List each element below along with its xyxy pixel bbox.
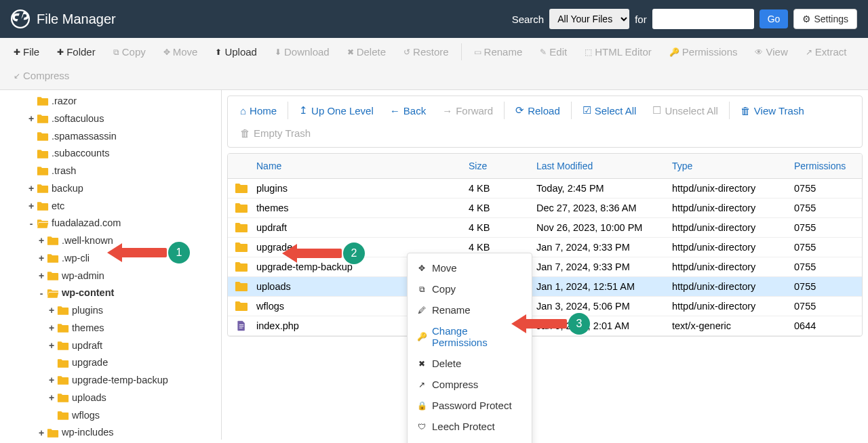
ctx-password-protect[interactable]: 🔒Password Protect bbox=[408, 395, 532, 416]
toolbar-file[interactable]: ✚File bbox=[5, 41, 47, 63]
tree-toggle-icon[interactable]: + bbox=[47, 391, 56, 405]
tree-label: backup bbox=[52, 182, 83, 196]
tree-item-uploads[interactable]: +uploads bbox=[0, 389, 221, 407]
callout-3: 3 bbox=[525, 313, 590, 335]
tree-item-upgrade-temp-backup[interactable]: +upgrade-temp-backup bbox=[0, 372, 221, 389]
col-name[interactable]: Name bbox=[228, 161, 469, 171]
search-input[interactable] bbox=[652, 9, 754, 29]
nav-label: Up One Level bbox=[311, 105, 374, 117]
cell-size: 4 KB bbox=[469, 183, 536, 194]
table-row[interactable]: updraft4 KBNov 26, 2023, 10:00 PMhttpd/u… bbox=[228, 218, 862, 238]
toolbar-label: HTML Editor bbox=[595, 46, 652, 58]
table-row[interactable]: uploads4 KBJan 1, 2024, 12:51 AMhttpd/un… bbox=[228, 277, 862, 297]
tree-toggle-icon[interactable]: + bbox=[37, 269, 45, 283]
folder-icon bbox=[37, 166, 49, 176]
table-row[interactable]: plugins4 KBToday, 2:45 PMhttpd/unix-dire… bbox=[228, 179, 862, 198]
tree-toggle-icon[interactable]: + bbox=[47, 321, 56, 335]
tree-toggle-icon[interactable]: + bbox=[27, 182, 35, 196]
toolbar-copy: ⧉Copy bbox=[105, 41, 154, 63]
extract-icon: ↗ bbox=[806, 47, 812, 57]
ctx-icon: ✥ bbox=[417, 263, 427, 273]
col-size[interactable]: Size bbox=[469, 161, 536, 171]
tree-toggle-icon[interactable]: + bbox=[37, 251, 45, 266]
tree-item-wp-content[interactable]: -wp-content bbox=[0, 284, 221, 302]
col-permissions[interactable]: Permissions bbox=[794, 161, 862, 171]
nav-label: Reload bbox=[528, 105, 560, 117]
ctx-leech-protect[interactable]: 🛡Leech Protect bbox=[408, 416, 532, 437]
nav-back[interactable]: ←Back bbox=[383, 100, 433, 121]
move-icon: ✥ bbox=[163, 47, 170, 57]
tree-item-wp-admin[interactable]: +wp-admin bbox=[0, 268, 221, 285]
tree-label: upgrade-temp-backup bbox=[72, 373, 168, 388]
tree-item-spamassassin[interactable]: .spamassassin bbox=[0, 128, 221, 146]
tree-item-softaculous[interactable]: +.softaculous bbox=[0, 110, 221, 128]
tree-item-subaccounts[interactable]: .subaccounts bbox=[0, 145, 221, 163]
cell-type: httpd/unix-directory bbox=[672, 222, 794, 233]
col-modified[interactable]: Last Modified bbox=[536, 161, 672, 171]
cell-perm: 0755 bbox=[794, 261, 862, 272]
cell-modified: Jan 3, 2024, 5:06 PM bbox=[536, 301, 672, 312]
settings-button[interactable]: ⚙ Settings bbox=[793, 9, 857, 29]
tree-toggle-icon[interactable]: - bbox=[27, 217, 35, 231]
tree-toggle-icon[interactable]: + bbox=[47, 373, 56, 387]
folder-icon bbox=[57, 305, 69, 316]
nav-reload[interactable]: ⟳Reload bbox=[509, 100, 567, 121]
nav-up-one-level[interactable]: ↥Up One Level bbox=[292, 100, 380, 121]
tree-item-trash[interactable]: .trash bbox=[0, 163, 221, 180]
tree-toggle-icon[interactable]: + bbox=[47, 303, 56, 318]
cell-perm: 0755 bbox=[794, 183, 862, 194]
toolbar-label: Download bbox=[284, 46, 330, 58]
settings-label: Settings bbox=[814, 14, 848, 24]
ctx-delete[interactable]: ✖Delete bbox=[408, 353, 532, 374]
callout-1: 1 bbox=[121, 242, 190, 263]
tree-toggle-icon[interactable]: - bbox=[37, 287, 45, 301]
toolbar-html-editor: ⬚HTML Editor bbox=[576, 41, 660, 63]
toolbar-label: Delete bbox=[357, 46, 386, 58]
folder-icon bbox=[37, 114, 49, 124]
cell-perm: 0644 bbox=[794, 320, 862, 331]
ctx-icon: ⧉ bbox=[417, 284, 427, 294]
tree-toggle-icon[interactable]: + bbox=[37, 234, 45, 248]
tree-item-upgrade[interactable]: upgrade bbox=[0, 354, 221, 372]
nav-view-trash[interactable]: 🗑View Trash bbox=[734, 100, 811, 121]
nav-home[interactable]: ⌂Home bbox=[233, 100, 283, 121]
tree-item-razor[interactable]: .razor bbox=[0, 93, 221, 110]
nav-select-all[interactable]: ☑Select All bbox=[576, 100, 644, 121]
cell-modified: Jan 7, 2024, 9:33 PM bbox=[536, 242, 672, 253]
ctx-label: Copy bbox=[432, 283, 456, 295]
ctx-label: Password Protect bbox=[432, 400, 512, 411]
tree-item-etc[interactable]: +etc bbox=[0, 198, 221, 215]
toolbar-extract: ↗Extract bbox=[797, 41, 855, 63]
go-button[interactable]: Go bbox=[760, 9, 789, 28]
nav-label: Back bbox=[403, 105, 426, 117]
nav-empty-trash: 🗑Empty Trash bbox=[233, 123, 317, 143]
search-scope-select[interactable]: All Your Files bbox=[549, 9, 629, 29]
tree-item-wflogs[interactable]: wflogs bbox=[0, 407, 221, 425]
tree-item-fuadalazadcom[interactable]: -fuadalazad.com bbox=[0, 215, 221, 232]
toolbar-permissions: 🔑Permissions bbox=[661, 41, 746, 63]
folder-icon bbox=[57, 341, 69, 351]
tree-toggle-icon[interactable]: + bbox=[47, 339, 56, 353]
cell-type: httpd/unix-directory bbox=[672, 261, 794, 272]
ctx-copy[interactable]: ⧉Copy bbox=[408, 278, 532, 299]
tree-item-backup[interactable]: +backup bbox=[0, 180, 221, 198]
tree-toggle-icon[interactable]: + bbox=[27, 199, 35, 213]
tree-label: uploads bbox=[72, 391, 106, 406]
ctx-compress[interactable]: ↗Compress bbox=[408, 374, 532, 395]
tree-item-plugins[interactable]: +plugins bbox=[0, 302, 221, 320]
tree-toggle-icon[interactable]: + bbox=[37, 426, 45, 440]
toolbar-upload[interactable]: ⬆Upload bbox=[207, 41, 265, 63]
main-toolbar: ✚File✚Folder⧉Copy✥Move⬆Upload⬇Download✖D… bbox=[0, 38, 868, 90]
nav-label: Empty Trash bbox=[254, 127, 311, 139]
toolbar-folder[interactable]: ✚Folder bbox=[49, 41, 104, 63]
ctx-move[interactable]: ✥Move bbox=[408, 257, 532, 278]
col-type[interactable]: Type bbox=[672, 161, 794, 171]
toolbar-label: Rename bbox=[484, 46, 523, 58]
tree-item-wp-includes[interactable]: +wp-includes bbox=[0, 424, 221, 440]
tree-item-updraft[interactable]: +updraft bbox=[0, 337, 221, 355]
tree-toggle-icon[interactable]: + bbox=[27, 112, 35, 126]
table-row[interactable]: themes4 KBDec 27, 2023, 8:36 AMhttpd/uni… bbox=[228, 198, 862, 218]
ctx-manage-indices[interactable]: 🔧Manage Indices bbox=[408, 437, 532, 443]
nav-label: Select All bbox=[595, 105, 637, 117]
tree-item-themes[interactable]: +themes bbox=[0, 320, 221, 337]
